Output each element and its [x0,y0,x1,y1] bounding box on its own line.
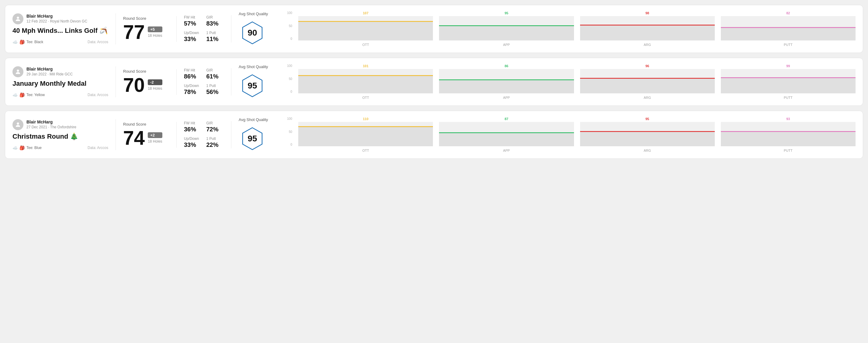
score-badge: +5 [148,27,162,32]
weather-icon: ☁️ [12,39,18,44]
score-label: Round Score [123,122,169,126]
svg-point-0 [17,17,19,19]
bar-col-putt: 93 PUTT [721,117,856,152]
round-title: January Monthly Medal [12,80,108,88]
gir-stat: GIR 83% [207,15,224,27]
bar-wrapper [439,122,574,146]
stats-section: FW Hit 36% GIR 72% Up/Down 33% 1 Putt 22… [177,121,231,148]
quality-section: Avg Shot Quality 90 [231,11,280,46]
bar-wrapper [721,122,856,146]
oneputt-stat: 1 Putt 22% [207,136,224,148]
gir-stat: GIR 61% [207,68,224,80]
bottom-row: ☁️ 🎒 Tee: Blue Data: Arccos [12,145,108,150]
score-label: Round Score [123,16,169,21]
bag-icon: 🎒 [20,92,25,97]
left-section: Blair McHarg 29 Jan 2022 · Mill Ride GCC… [12,66,116,97]
bar-label: ARG [644,149,651,152]
bar-highlight [298,21,433,22]
bottom-row: ☁️ 🎒 Tee: Black Data: Arccos [12,39,108,44]
updown-label: Up/Down [184,31,202,35]
bar-fill [721,27,856,40]
gir-value: 83% [207,20,224,27]
gir-stat: GIR 72% [207,121,224,133]
weather-icon: ☁️ [12,145,18,150]
bar-label: OTT [363,43,369,46]
score-section: Round Score 77 +5 18 Holes [116,16,177,42]
bar-col-putt: 99 PUTT [721,64,856,99]
bar-fill [580,131,715,146]
oneputt-label: 1 Putt [207,136,224,141]
y-label-50: 50 [289,77,292,81]
score-main: 70 -2 18 Holes [123,75,169,95]
y-label-0: 0 [290,37,292,40]
bar-wrapper [721,69,856,93]
bar-highlight [298,75,433,76]
y-label-100: 100 [287,64,292,67]
bar-fill [298,126,433,146]
oneputt-stat: 1 Putt 11% [207,31,224,42]
bar-fill [298,75,433,93]
tee-info: ☁️ 🎒 Tee: Yellow [12,92,45,97]
user-icon [14,121,21,128]
y-label-0: 0 [290,143,292,146]
bar-value-arg: 98 [646,11,649,15]
oneputt-value: 11% [207,36,224,42]
data-source: Data: Arccos [88,146,108,150]
fw-hit-stat: FW Hit 57% [184,15,202,27]
bar-label: PUTT [784,43,793,46]
bar-wrapper [298,122,433,146]
fw-hit-label: FW Hit [184,68,202,72]
chart-with-axis: 100 50 0 101 OTT 86 [285,64,856,99]
score-main: 77 +5 18 Holes [123,23,169,42]
stats-section: FW Hit 57% GIR 83% Up/Down 33% 1 Putt 11… [177,15,231,42]
bar-label: PUTT [784,149,793,152]
bar-highlight [439,132,574,133]
bar-highlight [439,25,574,26]
chart-section: 100 50 0 110 OTT 87 [280,117,856,152]
chart-columns: 101 OTT 86 APP 96 [298,64,856,99]
bar-wrapper [439,69,574,93]
bar-value-app: 87 [505,117,508,121]
bar-label: APP [503,149,510,152]
oneputt-label: 1 Putt [207,84,224,88]
updown-value: 33% [184,142,202,148]
fw-hit-value: 86% [184,73,202,80]
updown-stat: Up/Down 33% [184,136,202,148]
user-row: Blair McHarg 29 Jan 2022 · Mill Ride GCC [12,66,108,77]
stats-grid: FW Hit 36% GIR 72% Up/Down 33% 1 Putt 22… [184,121,224,148]
bar-wrapper [298,16,433,40]
bar-value-putt: 93 [786,117,790,121]
stats-grid: FW Hit 86% GIR 61% Up/Down 78% 1 Putt 56… [184,68,224,95]
user-row: Blair McHarg 12 Feb 2022 · Royal North D… [12,13,108,24]
user-name: Blair McHarg [26,14,87,19]
bar-value-arg: 95 [646,117,649,121]
quality-label: Avg Shot Quality [239,11,268,16]
bar-fill [580,25,715,40]
bar-label: APP [503,43,510,46]
hexagon-container: 95 [239,125,266,152]
updown-value: 33% [184,36,202,42]
y-label-50: 50 [289,130,292,133]
tee-label: Tee: Black [26,40,43,44]
score-label: Round Score [123,69,169,73]
y-label-100: 100 [287,11,292,14]
round-card: Blair McHarg 27 Dec 2021 · The Oxfordshi… [5,111,863,159]
bar-value-ott: 107 [363,11,368,15]
oneputt-value: 22% [207,142,224,148]
chart-section: 100 50 0 107 OTT 95 [280,11,856,46]
bar-value-putt: 99 [786,64,790,68]
y-axis: 100 50 0 [285,11,292,46]
bar-col-putt: 82 PUTT [721,11,856,46]
avatar [12,119,23,130]
y-axis: 100 50 0 [285,117,292,152]
updown-stat: Up/Down 78% [184,84,202,95]
score-main: 74 +2 18 Holes [123,128,169,148]
holes-text: 18 Holes [148,139,162,144]
user-info: Blair McHarg 12 Feb 2022 · Royal North D… [26,14,87,24]
chart-columns: 107 OTT 95 APP 98 [298,11,856,46]
bar-value-putt: 82 [786,11,790,15]
score-number: 77 [123,23,145,42]
bar-fill [439,80,574,93]
data-source: Data: Arccos [88,40,108,44]
oneputt-value: 56% [207,89,224,95]
